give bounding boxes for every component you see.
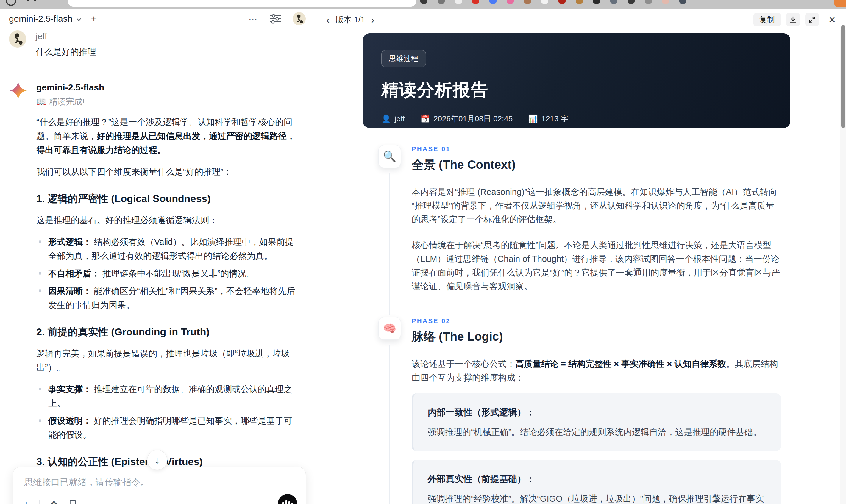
assistant-paragraph: 我们可以从以下四个维度来衡量什么是“好的推理”：: [36, 165, 300, 179]
magnifier-icon: 🔍: [378, 145, 401, 168]
scrollbar-thumb[interactable]: [841, 25, 845, 128]
assistant-paragraph: “什么是好的推理？”这是一个涉及逻辑学、认知科学和哲学核心的问题。简单来说，好的…: [36, 115, 300, 157]
phase-icon-column: 🧠: [378, 317, 401, 504]
arrow-down-icon: ↓: [155, 454, 160, 466]
bullet-label: 假设透明：: [48, 416, 91, 426]
phase-body: PHASE 01全景 (The Context)本内容是对“推理 (Reason…: [412, 145, 781, 316]
assistant-paragraph: 逻辑再完美，如果前提是错误的，推理也是垃圾（即“垃圾进，垃圾出”）。: [36, 347, 300, 375]
browser-apps-icon: [26, 0, 38, 3]
screen: gemini-2.5-flash + ⋯: [0, 0, 846, 504]
phase-body: PHASE 02脉络 (The Logic)该论述基于一个核心公式：高质量结论 …: [412, 317, 781, 504]
version-prev-button[interactable]: ‹: [325, 15, 331, 25]
download-button[interactable]: [786, 13, 800, 26]
list-item: 事实支撑： 推理建立在可靠的数据、准确的观测或公认的真理之上。: [36, 382, 300, 410]
browser-extension-icon: [576, 0, 583, 4]
preview-toolbar: ‹ 版本 1/1 › 复制 ✕: [315, 9, 846, 30]
expand-icon: [808, 16, 816, 23]
list-item: 不自相矛盾： 推理链条中不能出现“既是又非”的情况。: [36, 267, 300, 281]
meta-text: 2026年01月08日 02:45: [434, 114, 513, 124]
assistant-bullet-list: 事实支撑： 推理建立在可靠的数据、准确的观测或公认的真理之上。假设透明： 好的推…: [36, 382, 300, 442]
browser-extension-icon: [628, 0, 635, 4]
phase-paragraph: 本内容是对“推理 (Reasoning)”这一抽象概念的高层建模。在知识爆炸与人…: [412, 185, 781, 226]
phase-title: 脉络 (The Logic): [412, 328, 781, 345]
scroll-to-bottom-button[interactable]: ↓: [147, 450, 167, 470]
list-item: 形式逻辑： 结构必须有效（Valid）。比如演绎推理中，如果前提全部为真，那么通…: [36, 235, 300, 263]
dimension-card-title: 外部真实性（前提基础）：: [428, 473, 766, 485]
chevron-down-icon: [76, 17, 82, 23]
phase-label: PHASE 02: [412, 317, 781, 325]
assistant-status: 📖 精读完成!: [36, 96, 300, 107]
chat-message-list: jeff 什么是好的推理: [0, 29, 315, 504]
report-meta-item: 👤jeff: [381, 114, 405, 124]
dimension-card: 外部真实性（前提基础）：强调推理的“经验校准”。解决“GIGO（垃圾进，垃圾出）…: [412, 460, 781, 504]
browser-extension-icon: [679, 0, 686, 4]
list-item: 因果清晰： 能准确区分“相关性”和“因果关系”，不会轻率地将先后发生的事情归为因…: [36, 284, 300, 312]
browser-extension-icon: [489, 0, 496, 4]
calendar-icon: 📅: [420, 114, 430, 124]
model-selector[interactable]: gemini-2.5-flash: [9, 14, 82, 24]
meta-text: jeff: [394, 114, 405, 124]
chat-header: gemini-2.5-flash + ⋯: [0, 9, 315, 29]
more-options-button[interactable]: ⋯: [249, 14, 258, 24]
dimension-card-body: 强调推理的“经验校准”。解决“GIGO（垃圾进，垃圾出）”问题，确保推理引擎运行…: [428, 492, 766, 504]
user-name: jeff: [36, 32, 299, 41]
browser-profile-corner: [834, 0, 846, 7]
user-avatar[interactable]: [293, 12, 306, 25]
browser-extension-icon: [662, 0, 669, 4]
phase-icon-column: 🔍: [378, 145, 401, 316]
bullet-label: 因果清晰：: [48, 286, 91, 296]
assistant-message: gemini-2.5-flash 📖 精读完成! “什么是好的推理？”这是一个涉…: [9, 81, 306, 504]
settings-sliders-icon[interactable]: [269, 14, 281, 24]
version-navigation: ‹ 版本 1/1 ›: [325, 14, 376, 25]
dimension-card-title: 内部一致性（形式逻辑）：: [428, 407, 766, 419]
version-next-button[interactable]: ›: [370, 15, 375, 25]
author-icon: 👤: [381, 114, 391, 124]
word-count-icon: 📊: [528, 114, 537, 124]
report-badge: 思维过程: [381, 50, 426, 67]
phase-paragraph: 核心情境在于解决“思考的随意性”问题。不论是人类通过批判性思维进行决策，还是大语…: [412, 239, 781, 293]
list-item: 假设透明： 好的推理会明确指明哪些是已知事实，哪些是基于可能的假设。: [36, 414, 300, 442]
gemini-logo-icon: [9, 95, 28, 101]
model-name: gemini-2.5-flash: [9, 14, 72, 24]
bookmark-button[interactable]: [68, 500, 77, 504]
browser-reload-icon: [6, 0, 16, 6]
user-message-text: 什么是好的推理: [36, 46, 299, 58]
browser-extension-icon: [420, 0, 427, 4]
expand-button[interactable]: [805, 13, 819, 26]
browser-extension-icon: [541, 0, 548, 4]
user-avatar: [9, 30, 26, 48]
browser-extension-icon: [593, 0, 600, 4]
attach-plus-button[interactable]: +: [23, 500, 29, 504]
browser-extension-icon: [472, 0, 479, 4]
new-chat-button[interactable]: +: [91, 14, 97, 24]
assistant-message-body: “什么是好的推理？”这是一个涉及逻辑学、认知科学和哲学核心的问题。简单来说，好的…: [36, 115, 300, 504]
browser-address-bar[interactable]: [68, 0, 416, 6]
browser-extension-icon: [610, 0, 617, 4]
version-label: 版本 1/1: [335, 14, 365, 25]
timeline-connector: [389, 345, 390, 504]
browser-extensions-row: [420, 0, 686, 4]
report-title: 精读分析报告: [381, 78, 772, 102]
download-icon: [789, 16, 797, 23]
copy-button[interactable]: 复制: [754, 13, 781, 26]
browser-extension-icon: [645, 0, 652, 4]
chat-panel: gemini-2.5-flash + ⋯: [0, 9, 315, 504]
report-preview-panel: ‹ 版本 1/1 › 复制 ✕ 思维过程 精读分析报告 👤jeff📅202: [315, 9, 846, 504]
composer-divider: [39, 500, 40, 504]
voice-input-button[interactable]: [278, 494, 297, 504]
brain-icon: 🧠: [378, 317, 401, 340]
phase-title: 全景 (The Context): [412, 157, 781, 173]
chat-input[interactable]: [23, 477, 269, 488]
dimension-card: 内部一致性（形式逻辑）：强调推理的“机械正确”。结论必须在给定的规则系统内逻辑自…: [412, 393, 781, 451]
browser-extension-icon: [559, 0, 566, 4]
browser-extension-icon: [438, 0, 445, 4]
report-meta-row: 👤jeff📅2026年01月08日 02:45📊1213 字: [381, 114, 772, 124]
browser-extension-icon: [524, 0, 531, 4]
browser-extension-icon: [507, 0, 514, 4]
user-message: jeff 什么是好的推理: [9, 30, 306, 58]
phase-section: 🧠PHASE 02脉络 (The Logic)该论述基于一个核心公式：高质量结论…: [378, 317, 801, 504]
close-preview-button[interactable]: ✕: [826, 13, 838, 26]
browser-toolbar: [0, 0, 846, 9]
sparkle-tools-button[interactable]: ❖: [50, 500, 58, 504]
book-icon: 📖: [36, 97, 47, 106]
